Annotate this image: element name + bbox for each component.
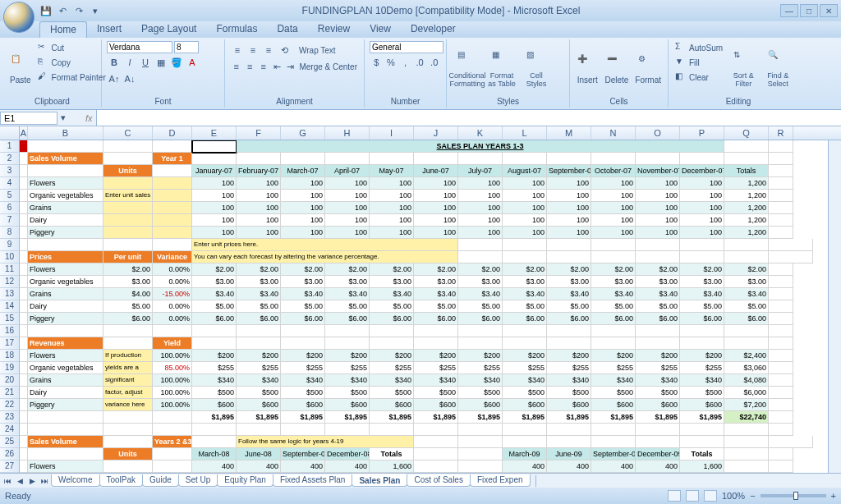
row-header[interactable]: 23 (0, 411, 20, 424)
ribbon-tab-data[interactable]: Data (267, 21, 307, 38)
cell[interactable]: $6.00 (458, 313, 503, 325)
cell[interactable]: 100 (192, 190, 237, 202)
cell[interactable]: $500 (237, 387, 281, 399)
cell[interactable]: $200 (591, 350, 636, 362)
cell[interactable]: Organic vegetables (28, 276, 103, 288)
cell[interactable]: November-07 (636, 165, 680, 177)
cell[interactable] (281, 337, 325, 350)
cell[interactable] (20, 448, 28, 460)
cell[interactable]: $600 (281, 399, 325, 411)
cell[interactable] (724, 460, 769, 473)
cell[interactable] (103, 424, 153, 436)
cell[interactable]: 100 (281, 202, 325, 214)
cell[interactable] (103, 411, 153, 424)
column-header[interactable]: F (237, 126, 281, 140)
cell[interactable]: 100 (237, 202, 281, 214)
orientation-button[interactable]: ⟲ (277, 43, 292, 57)
cell[interactable] (547, 325, 591, 337)
cell[interactable] (769, 177, 793, 190)
cell[interactable]: $5.00 (591, 300, 636, 313)
align-middle-button[interactable]: ≡ (246, 43, 260, 57)
cell[interactable]: SALES PLAN YEARS 1-3 (237, 140, 724, 153)
align-center-button[interactable]: ≡ (243, 59, 255, 74)
cell[interactable]: $600 (680, 399, 724, 411)
row-header[interactable]: 6 (0, 202, 20, 214)
column-header[interactable]: E (192, 126, 237, 140)
cell[interactable] (20, 300, 28, 313)
cell[interactable]: $6.00 (281, 313, 325, 325)
cell[interactable]: $1,895 (636, 411, 680, 424)
cell[interactable] (414, 153, 458, 165)
cell[interactable]: Piggery (28, 313, 103, 325)
cell[interactable]: 100 (636, 190, 680, 202)
cell[interactable]: 100 (414, 214, 458, 227)
cell[interactable]: $3.00 (547, 276, 591, 288)
dec-decimal-button[interactable]: .0 (427, 55, 441, 70)
row-header[interactable]: 21 (0, 387, 20, 399)
cell[interactable]: $3.40 (414, 288, 458, 300)
horizontal-scrollbar[interactable] (535, 475, 841, 487)
cell[interactable]: $340 (414, 374, 458, 387)
cell[interactable] (636, 239, 680, 251)
cell[interactable] (414, 460, 458, 473)
sheet-tab[interactable]: Sales Plan (352, 474, 407, 487)
cell[interactable]: $5.00 (503, 300, 547, 313)
cell[interactable]: $600 (237, 399, 281, 411)
cell[interactable]: December-09 (636, 448, 680, 460)
cell[interactable]: $5.00 (237, 300, 281, 313)
vertical-scrollbar[interactable] (828, 140, 841, 473)
sheet-nav-next-icon[interactable]: ▶ (26, 475, 38, 487)
cell[interactable] (192, 153, 237, 165)
merge-center-button[interactable]: Merge & Center (297, 59, 359, 74)
cell[interactable]: $6.00 (370, 313, 414, 325)
cell[interactable] (458, 251, 503, 263)
cell[interactable] (769, 190, 793, 202)
italic-button[interactable]: I (122, 55, 137, 70)
cell[interactable]: 100 (680, 190, 724, 202)
cell[interactable]: 100 (458, 177, 503, 190)
column-header[interactable]: D (153, 126, 192, 140)
cell[interactable] (103, 239, 153, 251)
cell[interactable]: $22,740 (724, 411, 769, 424)
cell[interactable]: 100 (636, 227, 680, 239)
column-header[interactable]: N (591, 126, 636, 140)
cell[interactable]: June-09 (547, 448, 591, 460)
cell[interactable]: $1,895 (547, 411, 591, 424)
cell[interactable]: Dairy (28, 214, 103, 227)
cell[interactable] (458, 153, 503, 165)
cell[interactable]: 0.00% (153, 276, 192, 288)
cell[interactable] (192, 424, 237, 436)
cell[interactable]: $2.00 (591, 263, 636, 276)
cell[interactable] (724, 140, 769, 153)
cell[interactable] (591, 251, 636, 263)
cell[interactable] (20, 350, 28, 362)
cell[interactable]: $600 (414, 399, 458, 411)
cell[interactable]: significant (103, 374, 153, 387)
sheet-nav-last-icon[interactable]: ⏭ (39, 475, 50, 487)
cell[interactable] (103, 337, 153, 350)
cell[interactable]: 400 (591, 460, 636, 473)
row-header[interactable]: 27 (0, 460, 20, 473)
column-header[interactable]: I (370, 126, 414, 140)
cell[interactable]: $2.00 (370, 263, 414, 276)
cell[interactable]: Organic vegetables (28, 362, 103, 374)
cell[interactable]: 1,200 (724, 177, 769, 190)
cell[interactable]: Flowers (28, 177, 103, 190)
cell[interactable]: 100 (414, 202, 458, 214)
grow-font-button[interactable]: A↑ (107, 71, 122, 86)
row-header[interactable]: 7 (0, 214, 20, 227)
cell[interactable]: $200 (237, 350, 281, 362)
cell[interactable] (20, 288, 28, 300)
find-select-button[interactable]: 🔍Find & Select (762, 41, 793, 97)
cell[interactable] (103, 202, 153, 214)
copy-button[interactable]: ⎘Copy (36, 56, 108, 69)
cell[interactable]: $3.40 (636, 288, 680, 300)
cell[interactable]: $500 (192, 387, 237, 399)
bold-button[interactable]: B (107, 55, 122, 70)
ribbon-tab-view[interactable]: View (360, 21, 401, 38)
cell[interactable]: $200 (192, 350, 237, 362)
cell[interactable]: $200 (547, 350, 591, 362)
cell[interactable]: Dairy (28, 387, 103, 399)
cell[interactable] (591, 239, 636, 251)
cell[interactable]: Sales Volume (28, 436, 103, 448)
